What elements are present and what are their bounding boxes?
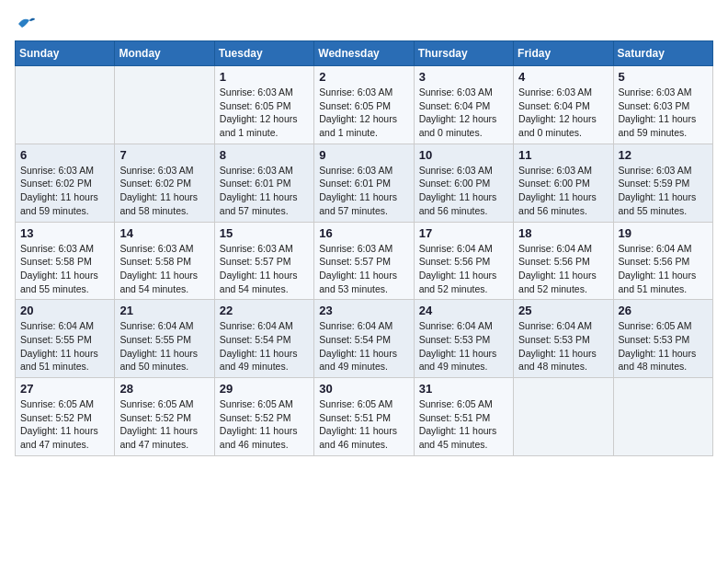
- day-info: Sunrise: 6:03 AMSunset: 6:00 PMDaylight:…: [419, 164, 508, 218]
- logo-bird-icon: [17, 15, 37, 31]
- calendar-cell: 7Sunrise: 6:03 AMSunset: 6:02 PMDaylight…: [115, 144, 214, 222]
- calendar-cell: 28Sunrise: 6:05 AMSunset: 5:52 PMDayligh…: [115, 378, 214, 456]
- day-number: 7: [119, 148, 209, 162]
- day-number: 8: [220, 148, 309, 162]
- calendar-week-row: 13Sunrise: 6:03 AMSunset: 5:58 PMDayligh…: [16, 222, 713, 300]
- calendar-week-row: 1Sunrise: 6:03 AMSunset: 6:05 PMDaylight…: [16, 66, 713, 144]
- weekday-header: Sunday: [16, 41, 115, 66]
- calendar-cell: 9Sunrise: 6:03 AMSunset: 6:01 PMDaylight…: [314, 144, 414, 222]
- calendar-cell: 31Sunrise: 6:05 AMSunset: 5:51 PMDayligh…: [414, 378, 513, 456]
- weekday-header: Friday: [514, 41, 613, 66]
- calendar-cell: 29Sunrise: 6:05 AMSunset: 5:52 PMDayligh…: [214, 378, 313, 456]
- day-number: 11: [518, 148, 608, 162]
- calendar-cell: 14Sunrise: 6:03 AMSunset: 5:58 PMDayligh…: [115, 222, 214, 300]
- calendar-cell: [115, 66, 214, 144]
- day-info: Sunrise: 6:04 AMSunset: 5:54 PMDaylight:…: [319, 319, 408, 373]
- calendar-week-row: 6Sunrise: 6:03 AMSunset: 6:02 PMDaylight…: [16, 144, 713, 222]
- weekday-header: Wednesday: [314, 41, 414, 66]
- day-info: Sunrise: 6:03 AMSunset: 6:02 PMDaylight:…: [119, 164, 209, 218]
- day-info: Sunrise: 6:03 AMSunset: 6:04 PMDaylight:…: [518, 86, 608, 140]
- calendar-table: SundayMondayTuesdayWednesdayThursdayFrid…: [15, 40, 713, 456]
- day-info: Sunrise: 6:03 AMSunset: 6:00 PMDaylight:…: [518, 164, 608, 218]
- calendar-cell: 15Sunrise: 6:03 AMSunset: 5:57 PMDayligh…: [214, 222, 313, 300]
- day-number: 30: [319, 382, 408, 396]
- day-number: 17: [419, 226, 508, 240]
- day-number: 2: [319, 70, 408, 84]
- day-number: 21: [119, 304, 209, 317]
- day-info: Sunrise: 6:05 AMSunset: 5:52 PMDaylight:…: [119, 397, 209, 452]
- calendar-week-row: 27Sunrise: 6:05 AMSunset: 5:52 PMDayligh…: [16, 378, 713, 456]
- day-number: 25: [518, 304, 608, 317]
- day-info: Sunrise: 6:04 AMSunset: 5:56 PMDaylight:…: [419, 242, 508, 296]
- calendar-cell: 24Sunrise: 6:04 AMSunset: 5:53 PMDayligh…: [414, 300, 513, 378]
- calendar-cell: 21Sunrise: 6:04 AMSunset: 5:55 PMDayligh…: [115, 300, 214, 378]
- day-number: 29: [220, 382, 309, 396]
- calendar-cell: 23Sunrise: 6:04 AMSunset: 5:54 PMDayligh…: [314, 300, 414, 378]
- day-number: 9: [319, 148, 408, 162]
- calendar-cell: 1Sunrise: 6:03 AMSunset: 6:05 PMDaylight…: [214, 66, 313, 144]
- day-number: 27: [20, 382, 109, 396]
- day-info: Sunrise: 6:03 AMSunset: 5:57 PMDaylight:…: [220, 242, 309, 296]
- calendar-cell: 18Sunrise: 6:04 AMSunset: 5:56 PMDayligh…: [514, 222, 613, 300]
- day-number: 6: [20, 148, 109, 162]
- calendar-cell: 27Sunrise: 6:05 AMSunset: 5:52 PMDayligh…: [16, 378, 115, 456]
- day-number: 12: [619, 148, 708, 162]
- day-number: 5: [619, 70, 708, 84]
- day-info: Sunrise: 6:05 AMSunset: 5:52 PMDaylight:…: [20, 397, 109, 452]
- day-number: 15: [220, 226, 309, 240]
- header-row: SundayMondayTuesdayWednesdayThursdayFrid…: [16, 41, 713, 66]
- day-number: 3: [419, 70, 508, 84]
- calendar-cell: 19Sunrise: 6:04 AMSunset: 5:56 PMDayligh…: [613, 222, 712, 300]
- calendar-week-row: 20Sunrise: 6:04 AMSunset: 5:55 PMDayligh…: [16, 300, 713, 378]
- calendar-cell: 4Sunrise: 6:03 AMSunset: 6:04 PMDaylight…: [514, 66, 613, 144]
- calendar-cell: 2Sunrise: 6:03 AMSunset: 6:05 PMDaylight…: [314, 66, 414, 144]
- day-number: 22: [220, 304, 309, 317]
- day-number: 4: [518, 70, 608, 84]
- day-info: Sunrise: 6:03 AMSunset: 6:03 PMDaylight:…: [619, 86, 708, 140]
- day-number: 31: [419, 382, 508, 396]
- calendar-cell: 11Sunrise: 6:03 AMSunset: 6:00 PMDayligh…: [514, 144, 613, 222]
- day-info: Sunrise: 6:05 AMSunset: 5:52 PMDaylight:…: [220, 397, 309, 452]
- day-info: Sunrise: 6:04 AMSunset: 5:55 PMDaylight:…: [20, 319, 109, 373]
- calendar-cell: [613, 378, 712, 456]
- weekday-header: Saturday: [613, 41, 712, 66]
- calendar-cell: 26Sunrise: 6:05 AMSunset: 5:53 PMDayligh…: [613, 300, 712, 378]
- day-number: 10: [419, 148, 508, 162]
- calendar-cell: 25Sunrise: 6:04 AMSunset: 5:53 PMDayligh…: [514, 300, 613, 378]
- day-number: 16: [319, 226, 408, 240]
- calendar-cell: 5Sunrise: 6:03 AMSunset: 6:03 PMDaylight…: [613, 66, 712, 144]
- day-number: 14: [119, 226, 209, 240]
- calendar-cell: 17Sunrise: 6:04 AMSunset: 5:56 PMDayligh…: [414, 222, 513, 300]
- day-info: Sunrise: 6:04 AMSunset: 5:55 PMDaylight:…: [119, 319, 209, 373]
- calendar-cell: 12Sunrise: 6:03 AMSunset: 5:59 PMDayligh…: [613, 144, 712, 222]
- logo: [15, 15, 37, 29]
- calendar-cell: 3Sunrise: 6:03 AMSunset: 6:04 PMDaylight…: [414, 66, 513, 144]
- day-info: Sunrise: 6:03 AMSunset: 6:05 PMDaylight:…: [319, 86, 408, 140]
- day-info: Sunrise: 6:03 AMSunset: 6:05 PMDaylight:…: [220, 86, 309, 140]
- day-number: 20: [20, 304, 109, 317]
- day-number: 1: [220, 70, 309, 84]
- day-number: 24: [419, 304, 508, 317]
- day-info: Sunrise: 6:04 AMSunset: 5:56 PMDaylight:…: [619, 242, 708, 296]
- calendar-cell: 30Sunrise: 6:05 AMSunset: 5:51 PMDayligh…: [314, 378, 414, 456]
- weekday-header: Thursday: [414, 41, 513, 66]
- day-info: Sunrise: 6:05 AMSunset: 5:51 PMDaylight:…: [419, 397, 508, 452]
- calendar-cell: [16, 66, 115, 144]
- day-info: Sunrise: 6:03 AMSunset: 5:59 PMDaylight:…: [619, 164, 708, 218]
- day-info: Sunrise: 6:03 AMSunset: 6:01 PMDaylight:…: [220, 164, 309, 218]
- day-info: Sunrise: 6:03 AMSunset: 6:02 PMDaylight:…: [20, 164, 109, 218]
- calendar-cell: 16Sunrise: 6:03 AMSunset: 5:57 PMDayligh…: [314, 222, 414, 300]
- day-info: Sunrise: 6:04 AMSunset: 5:56 PMDaylight:…: [518, 242, 608, 296]
- day-number: 18: [518, 226, 608, 240]
- calendar-cell: 10Sunrise: 6:03 AMSunset: 6:00 PMDayligh…: [414, 144, 513, 222]
- day-info: Sunrise: 6:03 AMSunset: 6:01 PMDaylight:…: [319, 164, 408, 218]
- day-info: Sunrise: 6:03 AMSunset: 5:58 PMDaylight:…: [119, 242, 209, 296]
- day-info: Sunrise: 6:03 AMSunset: 5:58 PMDaylight:…: [20, 242, 109, 296]
- day-number: 26: [619, 304, 708, 317]
- day-number: 23: [319, 304, 408, 317]
- calendar-cell: 8Sunrise: 6:03 AMSunset: 6:01 PMDaylight…: [214, 144, 313, 222]
- day-number: 28: [119, 382, 209, 396]
- calendar-cell: 22Sunrise: 6:04 AMSunset: 5:54 PMDayligh…: [214, 300, 313, 378]
- day-number: 13: [20, 226, 109, 240]
- day-info: Sunrise: 6:04 AMSunset: 5:53 PMDaylight:…: [518, 319, 608, 373]
